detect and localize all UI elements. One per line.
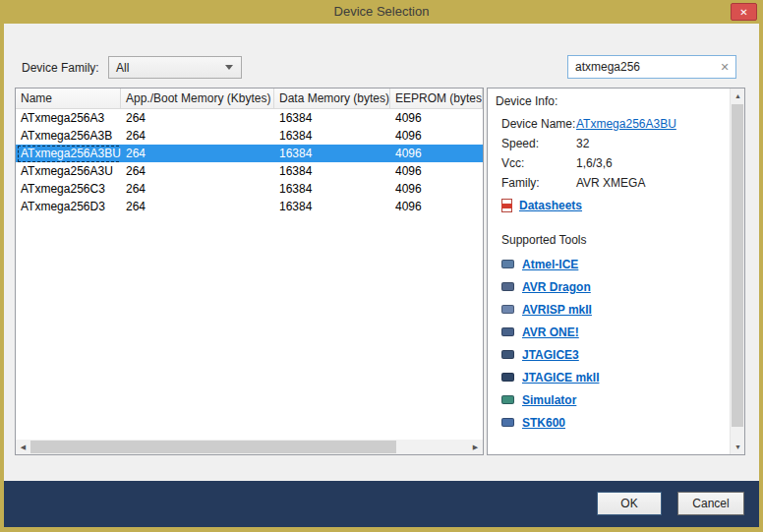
table-row[interactable]: ATxmega256A3U264163844096 (16, 162, 483, 180)
tool-link[interactable]: Simulator (522, 393, 576, 407)
column-header[interactable]: EEPROM (bytes) (390, 89, 483, 108)
tool-link[interactable]: AVR ONE! (522, 325, 579, 339)
table-body: ATxmega256A3264163844096ATxmega256A3B264… (16, 109, 483, 215)
info-field-value: 32 (576, 137, 589, 150)
table-cell: ATxmega256A3 (16, 109, 121, 127)
table-cell: 16384 (274, 127, 390, 145)
device-selection-dialog: Device Selection ✕ Device Family: All ✕ … (0, 0, 763, 532)
avr-dragon-icon (501, 282, 514, 291)
info-field: Vcc:1,6/3,6 (501, 153, 721, 173)
device-table: NameApp./Boot Memory (Kbytes)Data Memory… (15, 88, 484, 455)
tool-link[interactable]: JTAGICE3 (522, 348, 579, 362)
table-cell: 4096 (390, 162, 483, 180)
tool-item: AVR ONE! (501, 321, 599, 343)
device-info-title: Device Info: (496, 94, 558, 108)
table-cell: 16384 (274, 145, 390, 162)
tool-link[interactable]: Atmel-ICE (522, 258, 578, 271)
table-cell: 264 (121, 127, 274, 145)
tool-link[interactable]: STK600 (522, 416, 565, 430)
vertical-scrollbar[interactable]: ▲ ▼ (730, 89, 744, 454)
scroll-left-icon[interactable]: ◀ (16, 440, 30, 454)
column-header[interactable]: Name (16, 89, 121, 108)
table-row[interactable]: ATxmega256A3264163844096 (16, 109, 483, 127)
supported-tools-title: Supported Tools (501, 233, 587, 247)
close-icon: ✕ (739, 7, 747, 18)
vertical-scroll-thumb[interactable] (732, 104, 743, 427)
supported-tools-list: Atmel-ICEAVR DragonAVRISP mkIIAVR ONE!JT… (501, 253, 599, 434)
table-cell: ATxmega256A3B (16, 127, 121, 145)
tool-item: STK600 (501, 411, 599, 434)
tool-link[interactable]: JTAGICE mkII (522, 371, 599, 384)
table-cell: 264 (121, 145, 274, 162)
tool-link[interactable]: AVR Dragon (522, 280, 591, 294)
datasheets-row: Datasheets (501, 199, 582, 212)
ok-button[interactable]: OK (597, 492, 662, 515)
table-cell: 4096 (390, 127, 483, 145)
table-cell: 16384 (274, 198, 390, 215)
scroll-up-icon[interactable]: ▲ (731, 89, 745, 103)
tool-item: Simulator (501, 388, 599, 411)
column-header[interactable]: App./Boot Memory (Kbytes) (121, 89, 274, 108)
table-cell: 4096 (390, 109, 483, 127)
pdf-icon (501, 199, 512, 212)
tool-item: AVRISP mkII (501, 298, 599, 321)
cancel-button[interactable]: Cancel (677, 492, 744, 515)
table-cell: 16384 (274, 109, 390, 127)
horizontal-scroll-thumb[interactable] (30, 441, 396, 453)
device-family-label: Device Family: (22, 61, 99, 75)
tool-item: JTAGICE3 (501, 343, 599, 366)
table-row[interactable]: ATxmega256A3B264163844096 (16, 127, 483, 145)
table-cell: 264 (121, 198, 274, 215)
info-field-label: Vcc: (501, 156, 576, 170)
info-field-label: Family: (501, 176, 576, 190)
table-cell: ATxmega256D3 (16, 198, 121, 215)
device-info-panel: Device Info: Device Name:ATxmega256A3BUS… (487, 88, 745, 455)
table-cell: 4096 (390, 180, 483, 198)
table-cell: ATxmega256C3 (16, 180, 121, 198)
table-cell: ATxmega256A3BU (16, 145, 121, 162)
device-family-value: All (116, 61, 129, 75)
device-info-fields: Device Name:ATxmega256A3BUSpeed:32Vcc:1,… (501, 114, 721, 193)
table-cell: 264 (121, 109, 274, 127)
scroll-down-icon[interactable]: ▼ (731, 440, 745, 454)
scroll-right-icon[interactable]: ▶ (468, 440, 483, 454)
clear-search-icon[interactable]: ✕ (714, 61, 735, 74)
table-row[interactable]: ATxmega256C3264163844096 (16, 180, 483, 198)
dialog-footer: OK Cancel (4, 481, 759, 527)
table-row[interactable]: ATxmega256A3BU264163844096 (16, 145, 483, 162)
table-cell: 16384 (274, 162, 390, 180)
search-input[interactable] (568, 60, 714, 74)
titlebar[interactable]: Device Selection ✕ (0, 0, 763, 24)
dialog-content: Device Family: All ✕ NameApp./Boot Memor… (4, 24, 759, 481)
tool-item: AVR Dragon (501, 275, 599, 298)
window-title: Device Selection (0, 0, 763, 24)
avr-one-icon (501, 327, 514, 336)
device-family-dropdown[interactable]: All (108, 56, 242, 79)
table-cell: 264 (121, 180, 274, 198)
jtagice-mkii-icon (501, 373, 514, 382)
info-field: Family:AVR XMEGA (501, 173, 721, 193)
info-field: Device Name:ATxmega256A3BU (501, 114, 721, 134)
search-box: ✕ (567, 55, 736, 79)
info-field-value: 1,6/3,6 (576, 156, 613, 170)
column-header[interactable]: Data Memory (bytes) (274, 89, 390, 108)
tool-item: Atmel-ICE (501, 253, 599, 275)
table-cell: 264 (121, 162, 274, 180)
device-name-link[interactable]: ATxmega256A3BU (576, 117, 676, 131)
simulator-icon (501, 395, 514, 404)
close-button[interactable]: ✕ (731, 3, 757, 21)
info-field-label: Device Name: (501, 117, 576, 131)
info-field-value: AVR XMEGA (576, 176, 645, 190)
table-cell: 4096 (390, 145, 483, 162)
table-cell: 16384 (274, 180, 390, 198)
table-header: NameApp./Boot Memory (Kbytes)Data Memory… (16, 89, 483, 109)
tool-item: JTAGICE mkII (501, 366, 599, 388)
table-row[interactable]: ATxmega256D3264163844096 (16, 198, 483, 215)
tool-link[interactable]: AVRISP mkII (522, 303, 592, 317)
horizontal-scrollbar[interactable]: ◀ ▶ (16, 440, 483, 454)
chevron-down-icon (225, 65, 233, 70)
avrisp-mkii-icon (501, 305, 514, 314)
datasheets-link[interactable]: Datasheets (519, 199, 582, 212)
table-cell: ATxmega256A3U (16, 162, 121, 180)
stk600-icon (501, 418, 514, 427)
